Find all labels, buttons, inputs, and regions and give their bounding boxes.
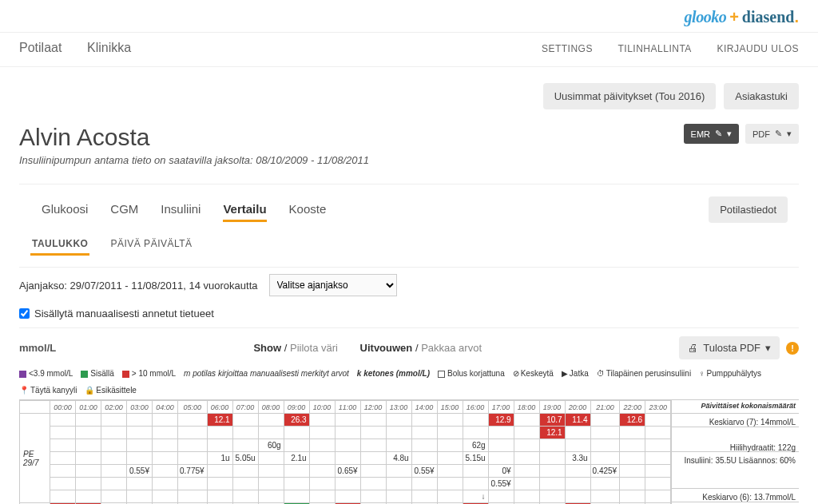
summary-avg-2: Keskiarvo (6): 13.7mmol/L <box>672 489 799 502</box>
tab-summary[interactable]: Kooste <box>278 194 338 225</box>
range-select[interactable]: Valitse ajanjakso <box>269 274 397 296</box>
tab-cgm[interactable]: CGM <box>99 194 149 225</box>
subtab-table[interactable]: TAULUKKO <box>30 230 89 259</box>
patient-info-button[interactable]: Potilastiedot <box>709 196 788 223</box>
caret-down-icon: ▾ <box>727 129 732 139</box>
brand-logo: glooko+diasend. <box>685 8 799 27</box>
day-label: PE 29/7 <box>20 414 50 503</box>
pencil-icon: ✎ <box>715 129 722 139</box>
nav-settings[interactable]: SETTINGS <box>542 43 593 54</box>
range-label: Ajanjakso: 29/07/2011 - 11/08/2011, 14 v… <box>19 280 258 292</box>
print-pdf-button[interactable]: 🖨 Tulosta PDF ▾ <box>679 336 780 359</box>
summary-insulin: Insuliini: 35.5U Lisäannos: 60% <box>672 452 799 489</box>
print-icon: 🖨 <box>688 342 698 354</box>
nav-patients[interactable]: Potilaat <box>19 41 62 54</box>
summary-avg: Keskiarvo (7): 14mmol/L <box>672 414 799 427</box>
unit-label: mmol/L <box>19 342 56 354</box>
hide-color-link[interactable]: Piilota väri <box>290 342 338 354</box>
caret-down-icon: ▾ <box>787 129 792 139</box>
legend: <3.9 mmol/L Sisällä > 10 mmol/L m potila… <box>19 367 799 399</box>
warning-icon[interactable]: ! <box>786 342 799 355</box>
expand-link[interactable]: Uitvouwen <box>360 342 413 354</box>
latest-updates-button[interactable]: Uusimmat päivitykset (Tou 2016) <box>543 83 717 109</box>
tab-compare[interactable]: Vertailu <box>212 194 277 225</box>
nav-clinic[interactable]: Klinikka <box>87 41 131 54</box>
tab-glucose[interactable]: Glukoosi <box>30 194 99 225</box>
nav-logout[interactable]: KIRJAUDU ULOS <box>717 43 799 54</box>
support-button[interactable]: Asiakastuki <box>724 83 799 109</box>
pencil-icon: ✎ <box>775 129 782 139</box>
emr-button[interactable]: EMR✎▾ <box>684 124 739 144</box>
pack-link[interactable]: Pakkaa arvot <box>421 342 482 354</box>
include-manual-label: Sisällytä manuaalisesti annetut tietueet <box>34 308 214 319</box>
subtab-day-by-day[interactable]: PÄIVÄ PÄIVÄLTÄ <box>109 230 193 259</box>
caret-down-icon: ▾ <box>765 342 771 354</box>
patient-name: Alvin Acosta <box>19 124 369 151</box>
pdf-button[interactable]: PDF✎▾ <box>745 124 799 144</box>
include-manual-checkbox[interactable] <box>19 308 30 319</box>
nav-account[interactable]: TILINHALLINTA <box>618 43 692 54</box>
summary-carbs: Hiilihydraatit: 122g <box>672 427 799 452</box>
comparison-table: 00:0001:0002:0003:0004:0005:0006:0007:00… <box>19 400 671 504</box>
tab-insulin[interactable]: Insuliini <box>149 194 212 225</box>
show-link[interactable]: Show <box>253 342 281 354</box>
data-range-subtitle: Insuliinipumpun antama tieto on saatavil… <box>19 154 369 166</box>
